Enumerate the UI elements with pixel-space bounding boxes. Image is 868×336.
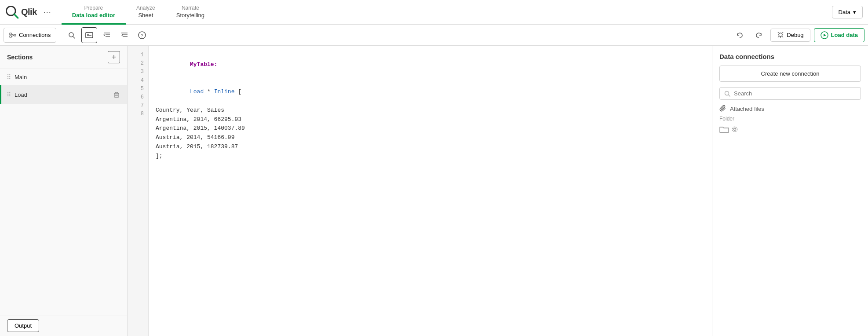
svg-marker-29	[824, 34, 826, 37]
line-numbers: 1 2 3 4 5 6 7 8	[128, 46, 149, 336]
tab-narrate-sub: Storytelling	[176, 12, 204, 18]
code-editor-button[interactable]	[81, 27, 97, 43]
code-editor[interactable]: 1 2 3 4 5 6 7 8 MyTable: Load * Inline [	[128, 46, 712, 336]
tab-narrate-main: Narrate	[182, 5, 199, 11]
code-line-2: Load * Inline [	[156, 78, 705, 106]
toolbar-sep-1	[60, 30, 60, 40]
svg-line-1	[14, 14, 18, 18]
code-line-3: Country, Year, Sales	[156, 106, 705, 115]
tab-analyze-main: Analyze	[136, 5, 155, 11]
folder-icon-row	[719, 125, 861, 133]
code-line-8: ];	[156, 152, 705, 161]
code-line-5: Argentina, 2015, 140037.89	[156, 124, 705, 133]
tab-prepare-main: Prepare	[84, 5, 103, 11]
debug-label: Debug	[787, 32, 803, 38]
section-item-load[interactable]: ⠿ Load	[0, 85, 127, 104]
toolbar: Connections	[0, 25, 868, 46]
code-inline: Inline	[214, 88, 235, 95]
code-line-4: Argentina, 2014, 66295.03	[156, 115, 705, 124]
connections-button[interactable]: Connections	[4, 28, 56, 43]
tab-prepare[interactable]: Prepare Data load editor	[62, 0, 126, 25]
folder-label: Folder	[719, 116, 861, 122]
code-line-6: Austria, 2014, 54166.09	[156, 133, 705, 142]
load-data-label: Load data	[831, 32, 858, 38]
line-num-7: 7	[128, 102, 148, 110]
logo-text: Qlik	[21, 7, 37, 17]
editor-icon	[85, 32, 93, 38]
more-menu-button[interactable]: ···	[40, 5, 55, 19]
svg-rect-3	[10, 36, 11, 37]
svg-line-26	[782, 37, 783, 37]
sections-header: Sections +	[0, 46, 127, 69]
add-section-button[interactable]: +	[108, 51, 120, 63]
svg-line-25	[778, 37, 779, 37]
code-load: Load	[190, 88, 204, 95]
attached-files-section: Attached files Folder	[719, 105, 861, 133]
svg-line-22	[782, 32, 783, 33]
indent-icon	[103, 32, 110, 38]
code-content[interactable]: MyTable: Load * Inline [ Country, Year, …	[149, 46, 712, 336]
debug-button[interactable]: Debug	[770, 29, 810, 42]
redo-icon	[755, 32, 762, 39]
attached-files-header: Attached files	[719, 105, 861, 112]
search-box[interactable]	[719, 87, 861, 100]
data-btn-label: Data	[839, 9, 850, 15]
folder-icon	[719, 125, 729, 133]
line-num-8: 8	[128, 110, 148, 118]
search-icon	[68, 32, 75, 39]
svg-rect-9	[86, 33, 93, 38]
search-input[interactable]	[734, 90, 856, 97]
sections-title: Sections	[7, 54, 33, 61]
search-icon	[724, 91, 730, 97]
top-bar: Qlik ··· Prepare Data load editor Analyz…	[0, 0, 868, 25]
indent-button[interactable]	[99, 27, 115, 43]
qlik-logo: Qlik	[5, 5, 37, 19]
left-panel: Sections + ⠿ Main ⠿ Load	[0, 46, 128, 336]
trash-icon	[113, 91, 120, 98]
line-num-1: 1	[128, 51, 148, 59]
section-item-main[interactable]: ⠿ Main	[0, 69, 127, 85]
paperclip-icon	[719, 105, 726, 112]
drag-handle-icon: ⠿	[7, 91, 11, 98]
svg-point-20	[779, 33, 782, 37]
outdent-button[interactable]	[117, 27, 132, 43]
main-layout: Sections + ⠿ Main ⠿ Load	[0, 46, 868, 336]
tab-narrate[interactable]: Narrate Storytelling	[166, 0, 215, 25]
connections-btn-label: Connections	[19, 32, 51, 38]
svg-line-21	[778, 32, 779, 33]
svg-line-8	[73, 37, 75, 38]
tab-analyze[interactable]: Analyze Sheet	[126, 0, 166, 25]
line-num-5: 5	[128, 85, 148, 93]
qlik-logo-icon	[5, 5, 19, 19]
line-num-3: 3	[128, 68, 148, 76]
code-line-1: MyTable:	[156, 51, 705, 78]
create-connection-button[interactable]: Create new connection	[719, 66, 861, 82]
data-menu-button[interactable]: Data ▾	[832, 6, 863, 18]
help-button[interactable]: ?	[134, 27, 150, 43]
search-button[interactable]	[64, 27, 80, 43]
gear-icon	[732, 126, 738, 132]
output-button[interactable]: Output	[7, 319, 39, 332]
line-num-4: 4	[128, 77, 148, 85]
svg-rect-4	[14, 34, 16, 36]
tab-analyze-sub: Sheet	[138, 12, 153, 18]
load-data-button[interactable]: Load data	[814, 28, 864, 42]
svg-point-40	[733, 127, 737, 132]
output-bar: Output	[0, 315, 127, 336]
svg-rect-2	[10, 33, 11, 35]
nav-right: Data ▾	[832, 6, 863, 18]
drag-handle-icon: ⠿	[7, 73, 11, 80]
redo-button[interactable]	[751, 27, 767, 43]
svg-line-5	[11, 34, 14, 35]
attached-files-label: Attached files	[730, 106, 764, 112]
connections-icon	[9, 32, 16, 39]
section-label: Main	[15, 74, 122, 80]
section-delete-button[interactable]	[111, 89, 122, 100]
section-label: Load	[15, 91, 108, 98]
help-icon: ?	[138, 31, 146, 39]
tab-prepare-sub: Data load editor	[72, 12, 115, 18]
svg-point-37	[725, 91, 729, 95]
undo-button[interactable]	[732, 27, 748, 43]
svg-line-6	[11, 35, 14, 37]
undo-icon	[736, 32, 743, 39]
